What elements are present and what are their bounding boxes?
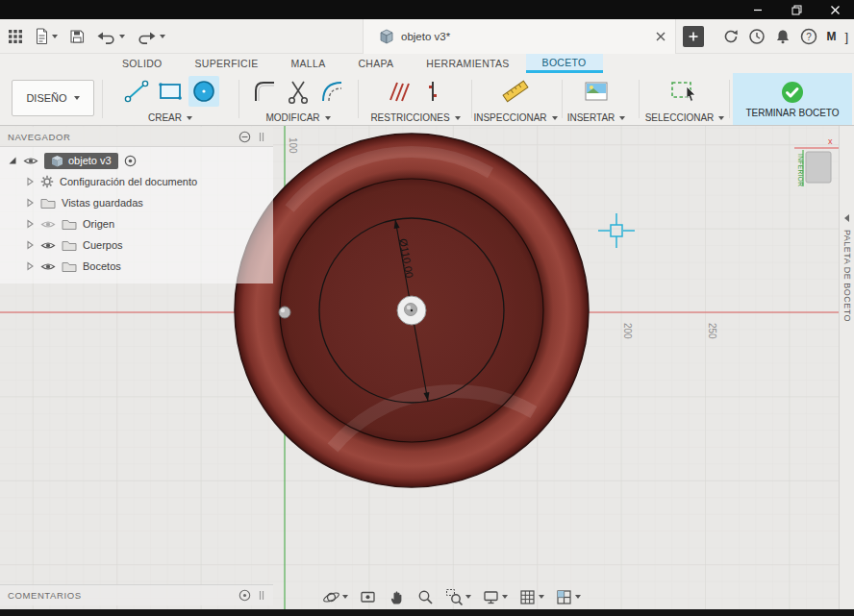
new-tab-button[interactable]	[683, 26, 704, 47]
viewports-button[interactable]	[552, 586, 584, 608]
save-button[interactable]	[69, 29, 85, 44]
pan-button[interactable]	[385, 586, 409, 608]
folder-icon	[62, 260, 77, 272]
visibility-eye-icon[interactable]	[40, 261, 56, 272]
tab-herramientas[interactable]: HERRAMIENTAS	[410, 54, 525, 73]
ribbon-separator	[639, 80, 640, 118]
root-component[interactable]: objeto v3	[44, 153, 118, 169]
tree-item-label: Origen	[83, 218, 114, 230]
undo-button[interactable]	[96, 30, 125, 44]
collapse-panel-icon[interactable]	[239, 131, 251, 143]
restricciones-menu-button[interactable]: RESTRICCIONES	[370, 112, 460, 123]
quick-access-toolbar: objeto v3*	[0, 19, 854, 54]
document-tab-close-button[interactable]	[656, 28, 666, 45]
panel-grip-icon[interactable]	[258, 132, 265, 142]
collapsed-triangle-icon[interactable]	[25, 240, 35, 250]
close-button[interactable]	[816, 0, 854, 19]
zoom-window-button[interactable]	[442, 586, 474, 608]
collapsed-triangle-icon[interactable]	[25, 198, 35, 208]
group-seleccionar: SELECCIONAR	[640, 76, 729, 123]
tab-malla[interactable]: MALLA	[275, 54, 342, 73]
orbit-button[interactable]	[319, 586, 351, 608]
collapsed-triangle-icon[interactable]	[25, 261, 35, 271]
navigation-bar	[319, 585, 584, 608]
tree-row-origin[interactable]: Origen	[0, 213, 273, 234]
tree-row-bodies[interactable]: Cuerpos	[0, 234, 273, 256]
visibility-eye-icon[interactable]	[40, 240, 56, 251]
workspace-selector[interactable]: DISEÑO	[12, 80, 94, 116]
browser-panel-title: NAVEGADOR	[8, 132, 239, 142]
viewcube-face[interactable]	[806, 152, 831, 183]
restore-icon	[791, 5, 802, 15]
file-menu-button[interactable]	[35, 28, 58, 45]
collapsed-triangle-icon[interactable]	[25, 219, 35, 229]
expand-panel-icon[interactable]	[239, 589, 251, 602]
fillet-tool-button[interactable]	[249, 76, 280, 107]
save-icon	[69, 29, 85, 44]
panel-grip-icon[interactable]	[258, 590, 265, 601]
group-modificar: MODIFICAR	[244, 76, 352, 123]
finish-sketch-button[interactable]: TERMINAR BOCETO	[733, 73, 852, 125]
modificar-menu-button[interactable]: MODIFICAR	[265, 112, 330, 123]
job-status-button[interactable]	[722, 28, 740, 45]
tab-boceto[interactable]: BOCETO	[526, 54, 603, 73]
grid-snaps-button[interactable]	[515, 586, 547, 608]
insert-image-button[interactable]	[581, 76, 612, 107]
close-icon	[830, 5, 841, 15]
redo-button[interactable]	[137, 30, 165, 44]
tree-row-sketches[interactable]: Bocetos	[0, 256, 273, 277]
activate-component-icon[interactable]	[124, 155, 137, 167]
measure-tool-button[interactable]	[500, 76, 531, 107]
tree-row-root[interactable]: objeto v3	[0, 150, 273, 171]
origin-point[interactable]	[279, 307, 290, 318]
restore-button[interactable]	[777, 0, 816, 19]
notifications-button[interactable]	[774, 28, 791, 45]
expand-triangle-icon[interactable]	[8, 156, 17, 165]
line-tool-button[interactable]	[121, 76, 152, 107]
crear-menu-button[interactable]: CREAR	[148, 112, 192, 123]
root-component-label: objeto v3	[68, 155, 112, 166]
app-grid-button[interactable]	[8, 29, 23, 44]
browser-panel-header[interactable]: NAVEGADOR	[0, 127, 273, 147]
insertar-menu-button[interactable]: INSERTAR	[567, 112, 626, 123]
center-hub[interactable]	[397, 296, 426, 325]
undo-caret-icon	[119, 35, 125, 38]
offset-tool-button[interactable]	[316, 76, 347, 107]
history-button[interactable]	[748, 28, 766, 45]
seleccionar-menu-button[interactable]: SELECCIONAR	[645, 112, 725, 123]
zoom-window-caret-icon	[465, 595, 471, 599]
measure-ruler-icon	[501, 77, 530, 106]
circle-tool-button[interactable]	[188, 76, 219, 107]
help-button[interactable]: ?	[800, 28, 817, 45]
plus-icon	[688, 31, 699, 42]
constraint-vertical-button[interactable]	[417, 76, 448, 107]
browser-panel: NAVEGADOR	[0, 127, 273, 283]
expand-palette-icon[interactable]	[844, 214, 849, 222]
comments-panel-header[interactable]: COMENTARIOS	[0, 584, 273, 605]
inspeccionar-menu-button[interactable]: INSPECCIONAR	[473, 112, 557, 123]
rectangle-tool-button[interactable]	[155, 76, 186, 107]
select-tool-button[interactable]	[669, 76, 700, 107]
tab-superficie[interactable]: SUPERFICIE	[178, 54, 274, 73]
sketch-palette-title: PALETA DE BOCETO	[842, 230, 852, 322]
insertar-label: INSERTAR	[567, 112, 615, 123]
titlebar[interactable]	[0, 0, 854, 19]
tree-row-saved-views[interactable]: Vistas guardadas	[0, 192, 273, 213]
minimize-button[interactable]	[739, 0, 777, 19]
document-tab[interactable]: objeto v3*	[363, 19, 676, 54]
tab-solido[interactable]: SOLIDO	[106, 54, 178, 73]
sketch-palette-strip[interactable]: PALETA DE BOCETO	[839, 126, 854, 609]
visibility-eye-icon[interactable]	[40, 219, 56, 230]
look-at-button[interactable]	[356, 586, 380, 608]
collapsed-triangle-icon[interactable]	[25, 177, 35, 186]
panel-toggle-button[interactable]: ]	[844, 30, 848, 44]
tree-row-document-settings[interactable]: Configuración del documento	[0, 171, 273, 192]
constraint-hatch-button[interactable]	[384, 76, 414, 107]
folder-icon	[40, 197, 56, 209]
tab-chapa[interactable]: CHAPA	[341, 54, 410, 73]
visibility-eye-icon[interactable]	[23, 156, 38, 166]
zoom-button[interactable]	[414, 586, 438, 608]
user-avatar[interactable]: M	[826, 30, 836, 43]
trim-tool-button[interactable]	[283, 76, 314, 107]
display-settings-button[interactable]	[479, 586, 511, 608]
